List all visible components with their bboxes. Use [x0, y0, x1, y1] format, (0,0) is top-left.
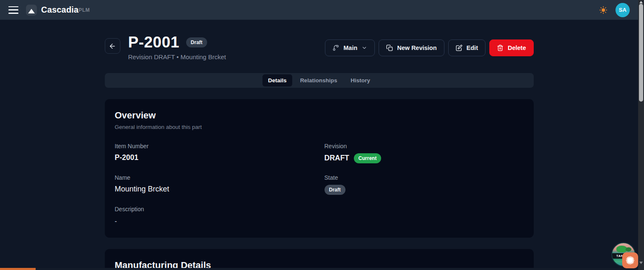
status-badge: Draft [186, 37, 207, 47]
field-state: State Draft [325, 174, 524, 195]
overview-card: Overview General information about this … [105, 99, 534, 238]
edit-button[interactable]: Edit [448, 39, 486, 56]
starburst-icon [622, 252, 638, 268]
git-branch-icon [332, 45, 339, 51]
branch-selector-button[interactable]: Main [325, 39, 375, 56]
page-header: P-2001 Draft Revision DRAFT • Mounting B… [105, 34, 534, 60]
bottom-orange-bar [0, 268, 36, 270]
app-window: Cascadia PLM SA [0, 0, 644, 270]
theme-toggle-sun-icon[interactable] [599, 5, 608, 15]
tab-relationships[interactable]: Relationships [295, 74, 343, 87]
scrollbar-thumb[interactable] [639, 4, 643, 102]
user-avatar[interactable]: SA [615, 3, 630, 17]
arrow-left-icon [109, 42, 116, 50]
edit-pencil-icon [456, 45, 462, 51]
new-revision-button[interactable]: New Revision [379, 39, 444, 56]
overview-fields: Item Number P-2001 Revision DRAFT Curren… [115, 143, 524, 225]
tab-history[interactable]: History [345, 74, 376, 87]
trash-icon [497, 45, 504, 51]
description-value: - [115, 218, 524, 225]
field-name: Name Mounting Brcket [115, 174, 325, 195]
scrollbar-up-arrow-icon[interactable] [639, 1, 643, 3]
back-button[interactable] [105, 38, 120, 54]
field-item-number: Item Number P-2001 [115, 143, 325, 163]
field-description: Description - [115, 206, 524, 225]
delete-button[interactable]: Delete [489, 39, 534, 56]
watermark-badge: TANSTA [611, 242, 636, 267]
state-badge: Draft [325, 185, 345, 195]
chevron-down-icon [361, 45, 367, 51]
bottom-edge-strip [0, 268, 644, 270]
main-content: P-2001 Draft Revision DRAFT • Mounting B… [105, 20, 534, 270]
tab-strip: Details Relationships History [105, 73, 534, 88]
action-buttons: Main New Revision Edit [325, 39, 533, 56]
page-title: P-2001 [128, 34, 179, 51]
page-subtitle: Revision DRAFT • Mounting Brcket [128, 53, 226, 60]
overview-subtitle: General information about this part [115, 124, 524, 130]
brand-name: Cascadia [41, 5, 78, 15]
vertical-scrollbar[interactable] [638, 0, 644, 270]
overview-title: Overview [115, 110, 524, 121]
brand[interactable]: Cascadia PLM [26, 5, 90, 16]
manufacturing-card: Manufacturing Details [105, 249, 534, 270]
cascadia-logo-icon [26, 5, 37, 16]
copy-icon [386, 45, 393, 51]
name-value: Mounting Brcket [115, 185, 325, 194]
current-badge: Current [354, 153, 381, 163]
item-number-value: P-2001 [115, 153, 325, 162]
top-bar: Cascadia PLM SA [0, 0, 644, 20]
scrollbar-down-arrow-icon[interactable] [639, 262, 643, 264]
brand-suffix: PLM [78, 7, 90, 13]
tab-details[interactable]: Details [262, 74, 292, 87]
revision-value: DRAFT [325, 154, 349, 163]
field-revision: Revision DRAFT Current [325, 143, 524, 163]
hamburger-menu-icon[interactable] [8, 6, 18, 14]
